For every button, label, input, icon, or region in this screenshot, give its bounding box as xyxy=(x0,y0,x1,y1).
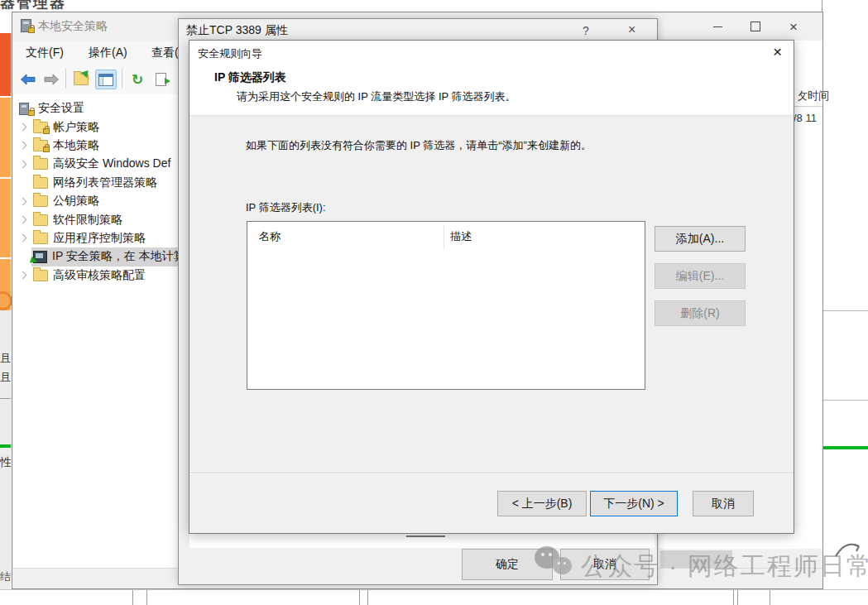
chevron-right-icon[interactable] xyxy=(18,216,26,224)
folder-icon xyxy=(33,177,48,189)
console-tree-panel: 安全设置 帐户策略 本地策略 xyxy=(13,94,179,570)
show-console-tree-button[interactable] xyxy=(95,70,117,89)
wizard-page-subheading: 请为采用这个安全规则的 IP 流量类型选择 IP 筛选器列表。 xyxy=(237,89,516,104)
minimize-button[interactable] xyxy=(698,16,736,37)
green-annotation-line xyxy=(0,444,11,448)
back-arrow-icon xyxy=(20,74,36,85)
folder-icon xyxy=(33,214,48,226)
background-text-fragment: 性 xyxy=(0,455,11,470)
toolbar-separator xyxy=(122,69,122,89)
forward-arrow-icon xyxy=(43,74,60,85)
screenshot-stage: 器管理器 且 且: 性 结果 本地安全策略 × 文件(F) 操作(A) 查看(V… xyxy=(0,0,868,605)
tree-item-ip-security-policies[interactable]: IP 安全策略，在 本地计算机 xyxy=(13,247,178,266)
export-list-icon xyxy=(156,73,166,86)
background-bottom-strip xyxy=(0,589,868,605)
ip-filter-listbox[interactable]: 名称 描述 xyxy=(247,221,645,390)
tree-item-label: 网络列表管理器策略 xyxy=(53,175,157,190)
tree-item-network-list-manager[interactable]: 网络列表管理器策略 xyxy=(13,174,178,192)
folder-icon xyxy=(33,195,48,207)
column-header-description[interactable]: 描述 xyxy=(450,229,472,244)
back-button[interactable] xyxy=(17,70,39,89)
help-icon[interactable]: ? xyxy=(583,24,589,37)
footer-separator xyxy=(189,473,794,474)
minimize-icon xyxy=(713,26,722,27)
hidden-button-fragment xyxy=(660,550,732,568)
green-annotation-line xyxy=(822,446,868,449)
instruction-text: 如果下面的列表没有符合你需要的 IP 筛选器，请单击“添加”来创建新的。 xyxy=(246,138,592,153)
folder-lock-icon xyxy=(33,122,48,133)
folder-up-icon xyxy=(74,74,89,85)
security-rule-wizard-dialog: 安全规则向导 × IP 筛选器列表 请为采用这个安全规则的 IP 流量类型选择 … xyxy=(189,40,794,534)
ok-button[interactable]: 确定 xyxy=(462,549,553,580)
background-text-fragment: 结果 xyxy=(0,569,11,584)
shadow-fragment xyxy=(406,535,445,537)
back-step-button[interactable]: < 上一步(B) xyxy=(497,491,587,516)
ip-security-policy-icon xyxy=(33,251,47,263)
background-text-fragment: 且: xyxy=(0,370,11,385)
wizard-page-heading: IP 筛选器列表 xyxy=(214,70,286,85)
security-policy-icon xyxy=(21,19,33,32)
date-cell-fragment: /8 11 xyxy=(794,112,817,124)
edit-button: 编辑(E)... xyxy=(655,263,746,289)
close-button[interactable]: × xyxy=(774,16,813,37)
delete-button: 删除(R) xyxy=(655,300,746,326)
add-button[interactable]: 添加(A)... xyxy=(655,226,746,252)
cancel-button[interactable]: 取消 xyxy=(560,549,650,580)
filter-list-label: IP 筛选器列表(I): xyxy=(246,200,326,215)
tree-item-label: 高级审核策略配置 xyxy=(53,268,146,283)
orange-strip-segment xyxy=(0,33,11,96)
window-title: 本地安全策略 xyxy=(38,19,108,34)
wizard-header: 安全规则向导 × IP 筛选器列表 请为采用这个安全规则的 IP 流量类型选择 … xyxy=(189,41,794,116)
close-icon[interactable]: × xyxy=(773,43,782,61)
chevron-right-icon[interactable] xyxy=(18,271,26,280)
column-divider[interactable] xyxy=(444,225,444,248)
tree-item-label: 应用程序控制策略 xyxy=(53,231,146,246)
tree-item-label: 公钥策略 xyxy=(53,194,99,209)
next-step-button[interactable]: 下一步(N) > xyxy=(590,491,678,516)
security-settings-icon xyxy=(19,103,33,115)
tree-item-label: IP 安全策略，在 本地计算机 xyxy=(52,249,179,264)
menu-action[interactable]: 操作(A) xyxy=(89,46,127,60)
chevron-right-icon[interactable] xyxy=(18,234,26,242)
tree-item-local-policies[interactable]: 本地策略 xyxy=(13,137,178,155)
wizard-title: 安全规则向导 xyxy=(198,46,262,61)
chevron-right-icon[interactable] xyxy=(18,142,26,150)
tree-item-software-restriction[interactable]: 软件限制策略 xyxy=(13,210,178,228)
wizard-cancel-button[interactable]: 取消 xyxy=(693,491,754,516)
forward-button[interactable] xyxy=(41,70,62,89)
tree-item-public-key-policies[interactable]: 公钥策略 xyxy=(13,192,178,210)
folder-icon xyxy=(33,158,48,170)
chevron-right-icon[interactable] xyxy=(18,160,26,168)
orange-strip-segment xyxy=(0,98,11,177)
tree-item-advanced-audit-policy[interactable]: 高级审核策略配置 xyxy=(13,266,178,285)
tree-item-label: 高级安全 Windows Def xyxy=(53,156,170,171)
orange-strip-segment xyxy=(0,179,11,257)
export-list-button[interactable] xyxy=(150,70,171,89)
toolbar-separator xyxy=(65,69,66,89)
column-header-name[interactable]: 名称 xyxy=(259,229,281,244)
maximize-icon xyxy=(751,22,760,31)
tree-item-label: 帐户策略 xyxy=(53,120,99,135)
chevron-right-icon[interactable] xyxy=(18,197,26,205)
tree-root-label: 安全设置 xyxy=(38,101,84,116)
refresh-button[interactable]: ↻ xyxy=(127,70,148,89)
tree-root-security-settings[interactable]: 安全设置 xyxy=(13,99,178,118)
tree-item-account-policies[interactable]: 帐户策略 xyxy=(13,118,178,136)
close-icon[interactable]: × xyxy=(628,22,635,37)
column-header-fragment: 攵时间 xyxy=(797,89,829,103)
tree-item-label: 本地策略 xyxy=(53,138,99,153)
background-divider xyxy=(822,310,868,311)
column-header-underline xyxy=(791,106,822,107)
maximize-button[interactable] xyxy=(736,16,774,37)
tree-item-windows-defender-firewall[interactable]: 高级安全 Windows Def xyxy=(13,155,178,173)
tree-item-application-control[interactable]: 应用程序控制策略 xyxy=(13,229,178,247)
folder-icon xyxy=(33,270,48,281)
menu-file[interactable]: 文件(F) xyxy=(26,46,64,60)
console-tree-icon xyxy=(98,74,113,86)
background-text-fragment: 且 xyxy=(0,351,11,366)
close-icon: × xyxy=(789,20,798,34)
folder-icon xyxy=(33,233,48,244)
up-one-level-button[interactable] xyxy=(70,70,92,89)
chevron-right-icon[interactable] xyxy=(18,123,26,132)
background-window-title-fragment: 器管理器 xyxy=(0,0,66,12)
